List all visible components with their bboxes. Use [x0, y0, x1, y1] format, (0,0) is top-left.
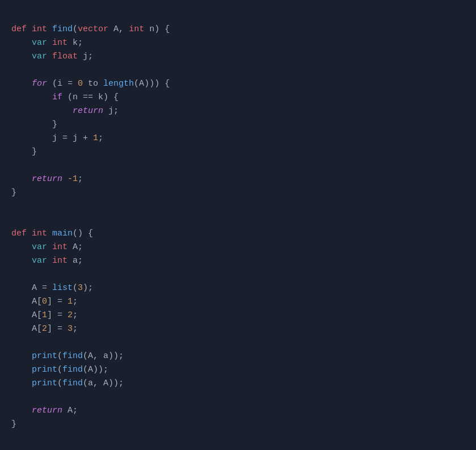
function-find-call-1: find	[62, 351, 83, 361]
keyword-return-main: return	[32, 406, 62, 415]
number-idx2: 2	[42, 324, 47, 334]
number-1: 1	[93, 133, 98, 143]
type-int-main: int	[32, 229, 47, 238]
number-idx0: 0	[42, 297, 47, 306]
function-print-2: print	[32, 365, 57, 375]
keyword-return-1: return	[73, 106, 103, 116]
number-neg1: -1	[68, 174, 78, 184]
function-name-find: find	[52, 24, 73, 34]
type-int-A: int	[52, 242, 68, 252]
keyword-int: int	[32, 24, 47, 34]
keyword-if: if	[52, 92, 62, 102]
function-find-call-2: find	[62, 365, 83, 375]
function-list: list	[52, 283, 73, 293]
keyword-return-2: return	[32, 174, 62, 184]
keyword-var-1: var	[32, 38, 47, 48]
function-find-call-3: find	[62, 378, 83, 388]
function-print-3: print	[32, 378, 57, 388]
function-print-1: print	[32, 351, 57, 361]
type-int-k: int	[52, 38, 68, 48]
keyword-def-main: def	[11, 229, 27, 238]
code-editor: def int find(vector A, int n) { var int …	[11, 9, 465, 431]
type-vector: vector	[78, 24, 108, 34]
function-name-main: main	[52, 229, 73, 238]
keyword-var-4: var	[32, 256, 47, 266]
number-0: 0	[78, 79, 83, 89]
number-val3: 3	[68, 324, 73, 334]
keyword-for: for	[32, 79, 47, 89]
number-3: 3	[78, 283, 83, 293]
type-float: float	[52, 52, 78, 61]
function-length: length	[103, 79, 134, 89]
number-idx1: 1	[42, 310, 47, 320]
keyword-def: def	[11, 24, 27, 34]
keyword-var-2: var	[32, 52, 47, 61]
type-int-a: int	[52, 256, 68, 266]
keyword-var-3: var	[32, 242, 47, 252]
type-int-param: int	[129, 24, 144, 34]
number-val2: 2	[68, 310, 73, 320]
number-val1: 1	[68, 297, 73, 306]
